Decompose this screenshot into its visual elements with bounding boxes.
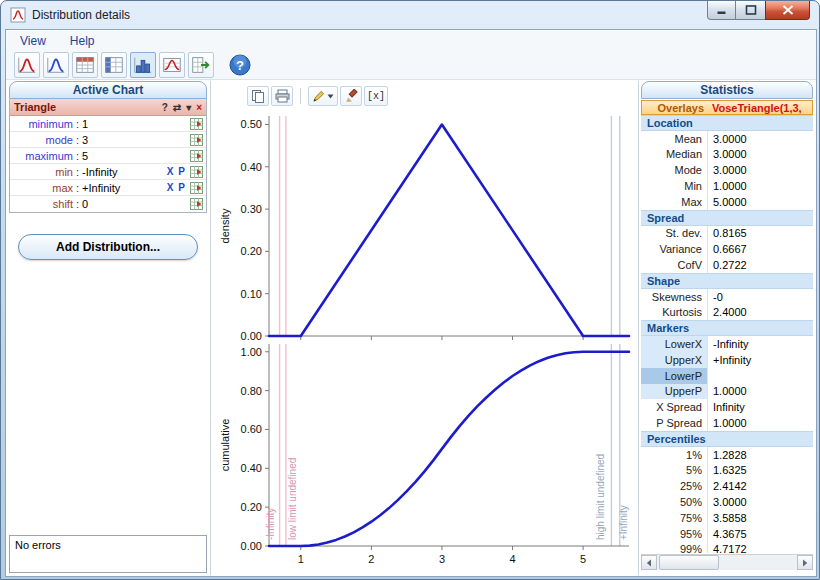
excel-export-icon[interactable] bbox=[190, 182, 203, 194]
distribution-name: Triangle bbox=[14, 101, 56, 113]
excel-export-icon[interactable] bbox=[190, 166, 203, 178]
stat-value: 3.0000 bbox=[707, 494, 813, 510]
format-brush-button[interactable] bbox=[340, 86, 362, 106]
excel-export-icon[interactable] bbox=[190, 134, 203, 146]
excel-export-icon[interactable] bbox=[190, 150, 203, 162]
copy-button[interactable] bbox=[247, 86, 269, 106]
stats-row-lowerx[interactable]: LowerX-Infinity bbox=[641, 336, 813, 352]
stats-row-cofv[interactable]: CofV0.2722 bbox=[641, 257, 813, 273]
scroll-left-button[interactable] bbox=[641, 555, 657, 570]
distribution-header-row[interactable]: Triangle ?⇄▾× bbox=[10, 99, 206, 116]
stat-label: Variance bbox=[641, 241, 707, 257]
param-value[interactable]: 1 bbox=[82, 118, 88, 130]
stat-label: Mean bbox=[641, 131, 707, 147]
scroll-right-button[interactable] bbox=[797, 555, 813, 570]
stat-label: 5% bbox=[641, 463, 707, 479]
stats-row-min[interactable]: Min1.0000 bbox=[641, 178, 813, 194]
stat-value: 4.3675 bbox=[707, 526, 813, 542]
excel-export-icon[interactable] bbox=[190, 118, 203, 130]
chart-grid-button[interactable] bbox=[159, 52, 185, 78]
grid-red-button[interactable] bbox=[72, 52, 98, 78]
stats-row-99[interactable]: 99%4.7172 bbox=[641, 542, 813, 553]
grid-blue-button[interactable] bbox=[101, 52, 127, 78]
stats-row-95[interactable]: 95%4.3675 bbox=[641, 526, 813, 542]
stat-label: LowerP bbox=[641, 368, 707, 384]
scrollbar-track[interactable] bbox=[657, 555, 797, 570]
param-row-minimum[interactable]: minimum:1 bbox=[10, 116, 206, 132]
help-button[interactable]: ? bbox=[229, 54, 251, 76]
bound-button-x[interactable]: X bbox=[167, 182, 174, 193]
stat-value: 3.0000 bbox=[707, 162, 813, 178]
bound-button-p[interactable]: P bbox=[178, 182, 185, 193]
bound-button-p[interactable]: P bbox=[178, 166, 185, 177]
maximize-button[interactable] bbox=[736, 1, 765, 20]
active-chart-header: Active Chart bbox=[9, 81, 207, 99]
distribution-table: Triangle ?⇄▾× minimum:1mode:3maximum:5mi… bbox=[9, 99, 207, 213]
menu-view[interactable]: View bbox=[20, 34, 46, 48]
stats-row-p-spread[interactable]: P Spread1.0000 bbox=[641, 415, 813, 431]
red-distribution-icon bbox=[16, 54, 38, 76]
svg-text:0.00: 0.00 bbox=[241, 330, 262, 342]
minimize-button[interactable] bbox=[707, 1, 736, 20]
stats-row-median[interactable]: Median3.0000 bbox=[641, 147, 813, 163]
param-value[interactable]: 3 bbox=[82, 134, 88, 146]
stat-value bbox=[707, 368, 813, 384]
stats-row-mean[interactable]: Mean3.0000 bbox=[641, 131, 813, 147]
histogram-button[interactable] bbox=[130, 52, 156, 78]
param-value[interactable]: -Infinity bbox=[82, 166, 117, 178]
stats-row-25[interactable]: 25%2.4142 bbox=[641, 478, 813, 494]
blue-distribution-button[interactable] bbox=[43, 52, 69, 78]
param-value[interactable]: +Infinity bbox=[82, 182, 120, 194]
stats-row-skewness[interactable]: Skewness-0 bbox=[641, 289, 813, 305]
formula-button[interactable]: [x] bbox=[364, 86, 388, 106]
scrollbar-thumb[interactable] bbox=[659, 555, 719, 570]
stats-horizontal-scrollbar[interactable] bbox=[641, 554, 813, 570]
print-button[interactable] bbox=[271, 86, 293, 106]
excel-export-button[interactable] bbox=[188, 52, 214, 78]
param-value[interactable]: 0 bbox=[82, 198, 88, 210]
stats-row-st-dev[interactable]: St. dev.0.8165 bbox=[641, 226, 813, 242]
stats-row-50[interactable]: 50%3.0000 bbox=[641, 494, 813, 510]
param-row-min[interactable]: min:-InfinityXP bbox=[10, 164, 206, 180]
pen-icon bbox=[312, 90, 325, 103]
add-distribution-button[interactable]: Add Distribution... bbox=[18, 234, 198, 260]
overlays-label: Overlays bbox=[642, 102, 708, 114]
svg-text:0.20: 0.20 bbox=[241, 245, 262, 257]
stats-row-x-spread[interactable]: X SpreadInfinity bbox=[641, 399, 813, 415]
param-value[interactable]: 5 bbox=[82, 150, 88, 162]
scroll-right-icon bbox=[802, 559, 808, 567]
pen-dropdown-button[interactable] bbox=[308, 86, 338, 106]
stats-row-upperp[interactable]: UpperP1.0000 bbox=[641, 384, 813, 400]
stats-row-mode[interactable]: Mode3.0000 bbox=[641, 162, 813, 178]
stats-row-1[interactable]: 1%1.2828 bbox=[641, 447, 813, 463]
stat-label: X Spread bbox=[641, 399, 707, 415]
param-row-maximum[interactable]: maximum:5 bbox=[10, 148, 206, 164]
bound-button-x[interactable]: X bbox=[167, 166, 174, 177]
excel-export-icon[interactable] bbox=[190, 198, 203, 210]
param-row-max[interactable]: max:+InfinityXP bbox=[10, 180, 206, 196]
titlebar[interactable]: Distribution details bbox=[1, 1, 819, 29]
param-row-shift[interactable]: shift:0 bbox=[10, 196, 206, 212]
distribution-control-3[interactable]: × bbox=[196, 102, 202, 113]
param-row-mode[interactable]: mode:3 bbox=[10, 132, 206, 148]
distribution-control-2[interactable]: ▾ bbox=[186, 102, 191, 113]
distribution-control-0[interactable]: ? bbox=[162, 102, 168, 113]
grid-blue-icon bbox=[103, 54, 125, 76]
red-distribution-button[interactable] bbox=[14, 52, 40, 78]
stat-value: 1.0000 bbox=[707, 178, 813, 194]
close-icon bbox=[782, 5, 794, 15]
stat-label: P Spread bbox=[641, 415, 707, 431]
distribution-control-1[interactable]: ⇄ bbox=[173, 102, 181, 113]
stats-row-5[interactable]: 5%1.6325 bbox=[641, 463, 813, 479]
stat-value: 3.0000 bbox=[707, 131, 813, 147]
stats-row-max[interactable]: Max5.0000 bbox=[641, 194, 813, 210]
stats-row-upperx[interactable]: UpperX+Infinity bbox=[641, 352, 813, 368]
stats-row-variance[interactable]: Variance0.6667 bbox=[641, 241, 813, 257]
stats-row-kurtosis[interactable]: Kurtosis2.4000 bbox=[641, 305, 813, 321]
close-button[interactable] bbox=[765, 1, 810, 20]
overlays-row[interactable]: Overlays VoseTriangle(1,3, bbox=[641, 100, 813, 115]
menu-help[interactable]: Help bbox=[70, 34, 95, 48]
stats-row-75[interactable]: 75%3.5858 bbox=[641, 510, 813, 526]
param-colon: : bbox=[76, 198, 79, 210]
stats-row-lowerp[interactable]: LowerP bbox=[641, 368, 813, 384]
